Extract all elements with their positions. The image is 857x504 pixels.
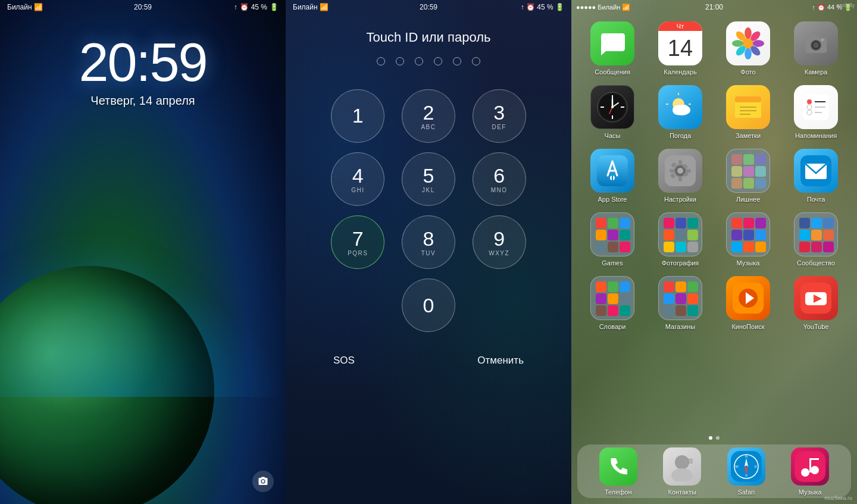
camera-label: Камера <box>805 68 827 76</box>
kinopoisk-icon <box>726 276 770 320</box>
key-6[interactable]: 6 MNO <box>473 152 526 206</box>
app-folder-photo[interactable]: Фотография <box>649 212 712 267</box>
app-kinopoisk[interactable]: КиноПоиск <box>717 276 780 330</box>
calendar-icon: Чт 14 <box>658 21 702 65</box>
svg-point-83 <box>811 466 819 474</box>
svg-rect-54 <box>670 169 674 173</box>
app-folder-shops[interactable]: Магазины <box>649 276 712 330</box>
lock-wifi-icon: 📶 <box>34 3 43 11</box>
home-carrier: ●●●●● Билайн <box>576 4 620 11</box>
appstore-label: App Store <box>598 196 627 203</box>
key-7-number: 7 <box>352 228 364 249</box>
key-8[interactable]: 8 TUV <box>402 215 455 269</box>
svg-point-15 <box>821 39 824 41</box>
app-folder-music[interactable]: Музыка <box>717 212 780 267</box>
key-3-letters: DEF <box>492 124 506 130</box>
app-reminders[interactable]: Напоминания <box>784 85 847 139</box>
key-5-letters: JKL <box>422 187 435 193</box>
app-folder-words[interactable]: Словари <box>581 276 644 330</box>
folder-games-icon <box>590 212 634 256</box>
settings-label: Настройки <box>664 196 696 203</box>
app-weather[interactable]: Погода <box>649 85 712 139</box>
svg-rect-53 <box>678 177 682 181</box>
app-folder-games[interactable]: Games <box>581 212 644 267</box>
calendar-day-num: 14 <box>658 31 702 65</box>
lock-screen: Билайн 📶 20:59 ↑ ⏰ 45 % 🔋 20:59 Четверг,… <box>0 0 286 504</box>
app-folder-extra[interactable]: Лишнее <box>717 149 780 203</box>
app-folder-social[interactable]: Сообщество <box>784 212 847 267</box>
cancel-button[interactable]: Отменить <box>477 350 524 371</box>
key-4[interactable]: 4 GHI <box>331 152 384 206</box>
calendar-label: Календарь <box>664 68 697 76</box>
settings-icon <box>658 149 702 193</box>
dock-phone[interactable]: Телефон <box>599 447 637 496</box>
youtube-icon <box>794 276 838 320</box>
key-7[interactable]: 7 PQRS <box>331 215 384 269</box>
key-4-letters: GHI <box>351 187 364 193</box>
lock-camera-button[interactable] <box>252 471 274 492</box>
passcode-status-left: Билайн 📶 <box>293 3 329 11</box>
key-2[interactable]: 2 ABC <box>402 89 455 143</box>
key-8-letters: TUV <box>421 250 436 256</box>
app-notes[interactable]: Заметки <box>717 85 780 139</box>
safari-icon: N S W E <box>727 447 765 486</box>
app-calendar[interactable]: Чт 14 Календарь <box>649 21 712 76</box>
key-9[interactable]: 9 WXYZ <box>473 215 526 269</box>
dock-contacts[interactable]: Контакты <box>663 447 701 496</box>
passcode-dot-5 <box>453 57 461 65</box>
passcode-dot-3 <box>415 57 423 65</box>
photos-label: Фото <box>740 68 755 76</box>
key-3-number: 3 <box>493 102 505 123</box>
app-youtube[interactable]: YouTube <box>784 276 847 330</box>
folder-words-icon <box>590 276 634 320</box>
passcode-title: Touch ID или пароль <box>367 30 491 45</box>
key-zero-row: 0 <box>327 278 530 332</box>
folder-extra-label: Лишнее <box>736 196 761 203</box>
reminders-icon <box>794 85 838 129</box>
svg-text:N: N <box>745 455 747 458</box>
dock-safari[interactable]: N S W E Safari <box>727 447 765 496</box>
lock-status-right: ↑ ⏰ 45 % 🔋 <box>234 3 279 11</box>
lock-status-left: Билайн 📶 <box>7 3 43 11</box>
mail-label: Почта <box>807 196 825 203</box>
app-clock[interactable]: Часы <box>581 85 644 139</box>
app-messages[interactable]: Сообщения <box>581 21 644 76</box>
svg-point-5 <box>745 48 752 60</box>
folder-photo-label: Фотография <box>662 259 699 267</box>
home-app-grid: Сообщения Чт 14 Календарь <box>571 17 857 335</box>
app-photos[interactable]: Фото <box>717 21 780 76</box>
photos-icon <box>726 21 770 65</box>
passcode-carrier: Билайн <box>293 3 318 11</box>
kinopoisk-label: КиноПоиск <box>731 323 764 330</box>
lock-battery-icon: 🔋 <box>270 3 279 11</box>
app-mail[interactable]: Почта <box>784 149 847 203</box>
lock-content: 20:59 Четверг, 14 апреля <box>0 36 286 108</box>
svg-point-51 <box>677 168 683 174</box>
passcode-dot-6 <box>472 57 480 65</box>
key-5[interactable]: 5 JKL <box>402 152 455 206</box>
svg-text:E: E <box>755 465 757 468</box>
key-9-number: 9 <box>493 228 505 249</box>
svg-point-1 <box>745 27 752 39</box>
dock-music[interactable]: Музыка <box>791 447 829 496</box>
key-1[interactable]: 1 <box>331 89 384 143</box>
svg-rect-70 <box>688 459 693 460</box>
svg-point-69 <box>671 468 693 481</box>
svg-rect-14 <box>811 35 816 38</box>
app-settings[interactable]: Настройки <box>649 149 712 203</box>
weather-label: Погода <box>670 132 691 139</box>
app-camera[interactable]: Камера <box>784 21 847 76</box>
folder-shops-label: Магазины <box>665 323 695 330</box>
key-0[interactable]: 0 <box>402 278 455 332</box>
lock-status-time: 20:59 <box>134 3 152 11</box>
contacts-label: Контакты <box>668 489 696 496</box>
app-appstore[interactable]: App Store <box>581 149 644 203</box>
passcode-dot-2 <box>396 57 404 65</box>
passcode-status-bar: Билайн 📶 20:59 ↑ ⏰ 45 % 🔋 <box>286 0 571 14</box>
reminders-label: Напоминания <box>795 132 837 139</box>
clock-label: Часы <box>605 132 621 139</box>
key-3[interactable]: 3 DEF <box>473 89 526 143</box>
folder-extra-icon <box>726 149 770 193</box>
folder-games-label: Games <box>602 259 623 267</box>
sos-button[interactable]: SOS <box>333 350 355 371</box>
